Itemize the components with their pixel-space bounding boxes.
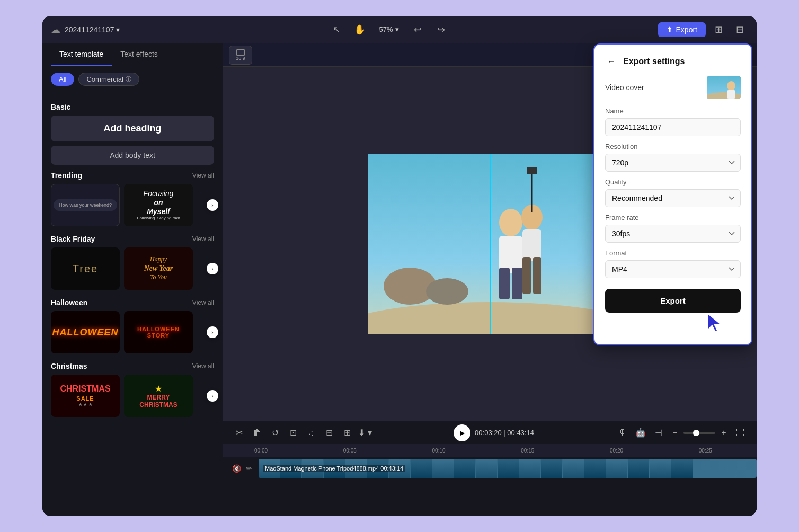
tick-0000: 00:00 [254, 448, 268, 454]
top-bar-right: ⬆ Export ⊞ ⊟ [658, 21, 748, 38]
hw-card-2-text: HALLOWEENSTORY [137, 326, 180, 339]
loop-button[interactable]: ↺ [267, 425, 283, 441]
christmas-grid: CHRISTMAS SALE ★ ★ ★ ★ MERRYCHRISTMAS [51, 375, 214, 417]
halloween-nav-arrow[interactable]: › [207, 326, 218, 338]
timeline-track-area: 🔇 ✏ [223, 457, 757, 516]
tick-0005: 00:05 [343, 448, 357, 454]
resolution-label: Resolution [605, 143, 741, 150]
export-panel-container: ← Export settings Video cover [593, 43, 752, 345]
cover-svg [707, 76, 741, 99]
zoom-chevron-icon: ▾ [395, 25, 399, 33]
trending-section-header: Trending View all [51, 171, 214, 180]
export-panel-header: ← Export settings [605, 55, 741, 68]
format-select[interactable]: MP4 MOV AVI [605, 260, 741, 278]
zoom-in-button[interactable]: + [717, 427, 730, 439]
trending-card-2[interactable]: Focusing onMyself Following. Staying rad… [124, 184, 193, 226]
download-button[interactable]: ⬇ ▾ [357, 425, 373, 441]
filter-all-button[interactable]: All [51, 73, 74, 86]
play-button[interactable]: ▶ [454, 424, 470, 441]
chevron-down-icon: ▾ [116, 25, 120, 34]
name-input[interactable] [605, 118, 741, 136]
thumb-9 [432, 459, 454, 478]
thumb-13 [519, 459, 540, 478]
filter-commercial-button[interactable]: Commercial ⓘ [78, 73, 139, 86]
filename-button[interactable]: 202411241107 ▾ [65, 25, 120, 34]
halloween-card-1[interactable]: HALLOWEEN [51, 311, 120, 353]
timeline-area: ✂ 🗑 ↺ ⊡ ♫ ⊟ ⊞ ⬇ ▾ ▶ 00:03:20 | [223, 421, 757, 516]
select-tool-button[interactable]: ↖ [328, 21, 345, 38]
left-panel: Text template Text effects All Commercia… [42, 43, 223, 516]
thumb-8 [411, 459, 432, 478]
halloween-card-2[interactable]: HALLOWEENSTORY [124, 311, 193, 353]
trending-title: Trending [51, 171, 82, 180]
quality-select[interactable]: Recommended High Medium [605, 189, 741, 207]
blackfriday-nav-arrow[interactable]: › [207, 263, 218, 274]
quality-form-group: Quality Recommended High Medium [605, 178, 741, 207]
split-button[interactable]: ⊟ [321, 425, 337, 441]
cursor-icon [706, 313, 725, 334]
tab-text-effects[interactable]: Text effects [112, 43, 166, 66]
pan-tool-button[interactable]: ✋ [351, 21, 368, 38]
halloween-view-all[interactable]: View all [192, 299, 214, 306]
christmas-nav-arrow[interactable]: › [207, 390, 218, 402]
top-bar-left: ☁ 202411241107 ▾ [51, 24, 120, 36]
export-action-button[interactable]: Export [605, 289, 741, 313]
blackfriday-view-all[interactable]: View all [192, 235, 214, 243]
add-heading-button[interactable]: Add heading [51, 116, 214, 141]
format-form-group: Format MP4 MOV AVI [605, 249, 741, 278]
blackfriday-section-header: Black Friday View all [51, 235, 214, 243]
tab-text-template[interactable]: Text template [51, 43, 112, 66]
christmas-view-all[interactable]: View all [192, 362, 214, 370]
video-cover-thumbnail[interactable] [707, 76, 741, 99]
zoom-out-button[interactable]: − [669, 427, 681, 439]
track-mute-button[interactable]: 🔇 [231, 460, 242, 476]
export-back-button[interactable]: ← [605, 55, 618, 68]
timeline-right-tools: 🎙 🤖 ⊣ − + ⛶ [615, 425, 748, 441]
trending-view-all[interactable]: View all [192, 172, 214, 179]
zoom-button[interactable]: 57% ▾ [375, 23, 403, 36]
audio-button[interactable]: ♫ [303, 425, 319, 441]
video-cover-row: Video cover [605, 76, 741, 99]
export-top-button[interactable]: ⬆ Export [658, 22, 706, 37]
hw-card-1-text: HALLOWEEN [52, 327, 119, 338]
trim-button[interactable]: ✂ [231, 425, 247, 441]
split-view-button[interactable]: ⊟ [731, 21, 748, 38]
grid-view-button[interactable]: ⊞ [710, 21, 727, 38]
video-preview [368, 154, 611, 334]
tick-0015: 00:15 [521, 448, 534, 454]
focusing-text: Focusing onMyself Following. Staying rad… [137, 189, 180, 221]
more-button[interactable]: ⊞ [339, 425, 355, 441]
crop-timeline-button[interactable]: ⊡ [285, 425, 301, 441]
mic-button[interactable]: 🎙 [615, 425, 631, 441]
fullscreen-button[interactable]: ⛶ [732, 425, 748, 441]
ratio-icon [236, 49, 245, 56]
video-cover-label: Video cover [605, 83, 644, 92]
undo-button[interactable]: ↩ [410, 21, 427, 38]
resolution-select[interactable]: 720p 1080p 480p [605, 154, 741, 172]
timeline-left-tools: ✂ 🗑 ↺ ⊡ ♫ ⊟ ⊞ ⬇ ▾ [231, 425, 373, 441]
ratio-button[interactable]: 16:9 [229, 46, 252, 65]
trending-nav-arrow[interactable]: › [207, 199, 218, 211]
blackfriday-card-2[interactable]: Happy New Year To You [124, 247, 193, 290]
cursor-container [605, 313, 741, 334]
framerate-select[interactable]: 30fps 24fps 60fps [605, 225, 741, 243]
halloween-title: Halloween [51, 298, 87, 307]
add-body-button[interactable]: Add body text [51, 146, 214, 165]
track-clip[interactable]: MaoStand Magnetic Phone Tripod4888.mp4 0… [259, 459, 757, 478]
name-form-group: Name [605, 107, 741, 136]
svg-point-4 [499, 209, 522, 236]
trending-card-1[interactable]: How was your weekend? [51, 184, 120, 226]
christmas-card-1[interactable]: CHRISTMAS SALE ★ ★ ★ [51, 375, 120, 417]
christmas-card-2[interactable]: ★ MERRYCHRISTMAS [124, 375, 193, 417]
basic-buttons: Add heading Add body text [51, 116, 214, 165]
delete-button[interactable]: 🗑 [249, 425, 265, 441]
ai-audio-button[interactable]: 🤖 [633, 425, 649, 441]
split-audio-button[interactable]: ⊣ [651, 425, 667, 441]
track-edit-button[interactable]: ✏ [244, 460, 254, 476]
filter-row: All Commercial ⓘ [42, 66, 223, 92]
svg-rect-5 [499, 236, 522, 273]
blackfriday-card-1[interactable]: Tree [51, 247, 120, 290]
resolution-form-group: Resolution 720p 1080p 480p [605, 143, 741, 172]
timeline-ruler: 00:00 00:05 00:10 00:15 00:20 00:25 [223, 444, 757, 457]
redo-button[interactable]: ↪ [433, 21, 450, 38]
